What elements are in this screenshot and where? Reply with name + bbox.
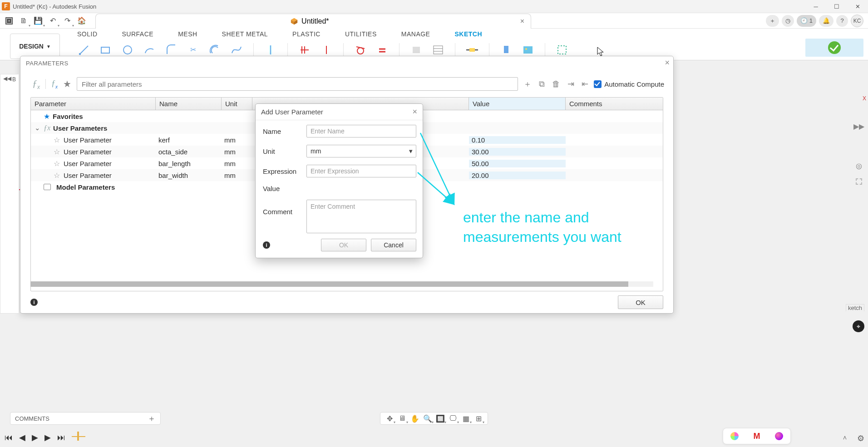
star-outline-icon[interactable]: ☆ — [54, 171, 60, 180]
fillet-tool-icon[interactable] — [164, 43, 178, 57]
comment-input[interactable] — [306, 200, 416, 233]
spline-tool-icon[interactable] — [230, 43, 243, 57]
lookat-icon[interactable]: 🖥 — [397, 413, 408, 424]
redo-button[interactable]: ↷ — [61, 15, 74, 27]
h-scrollbar[interactable] — [30, 281, 653, 287]
show-hidden-icon[interactable]: ＾ — [841, 433, 849, 444]
delete-icon[interactable]: 🗑 — [552, 79, 560, 89]
select-tool-icon[interactable] — [555, 43, 569, 57]
tab-mesh[interactable]: MESH — [178, 30, 197, 38]
panel-close-icon[interactable]: × — [665, 58, 670, 68]
constraint2-icon[interactable] — [320, 43, 333, 57]
nav-back-icon[interactable]: ◀◀ — [3, 75, 11, 82]
job-status[interactable]: 🕘 1 — [797, 15, 816, 27]
firefox-icon[interactable] — [775, 432, 783, 440]
workspace-switcher[interactable]: DESIGN▼ — [10, 34, 60, 59]
timeline-start-icon[interactable]: ⏮ — [5, 433, 13, 442]
avatar[interactable]: KC — [851, 15, 863, 27]
timeline-play-icon[interactable]: ▶ — [32, 432, 38, 442]
mcafee-icon[interactable]: M — [753, 432, 760, 441]
export-icon[interactable]: ⇤ — [582, 79, 588, 89]
notifications-button[interactable]: 🔔 — [819, 15, 833, 27]
add-icon[interactable]: ＋ — [523, 79, 532, 89]
nav-forward-icon[interactable]: ▶▶ — [853, 122, 864, 131]
window-close[interactable]: ✕ — [847, 0, 868, 13]
zoom-icon[interactable]: 🔍 — [422, 413, 433, 424]
tab-solid[interactable]: SOLID — [77, 30, 98, 38]
equal-tool-icon[interactable] — [375, 43, 389, 57]
copy-icon[interactable]: ⧉ — [539, 79, 545, 89]
new-tab-button[interactable]: ＋ — [766, 15, 779, 27]
unit-select[interactable]: mm — [306, 145, 416, 157]
settings-icon[interactable]: ⚙ — [857, 433, 864, 444]
dimension-tool-icon[interactable] — [465, 43, 479, 57]
fit-icon[interactable]: 🔲 — [435, 413, 446, 424]
collapse-icon[interactable]: ⌄ — [35, 124, 41, 132]
add-comment-icon[interactable]: ＋ — [148, 413, 156, 424]
ok-button[interactable]: OK — [618, 295, 663, 309]
image-tool-icon[interactable] — [521, 43, 535, 57]
constraint-tool-icon[interactable] — [298, 43, 311, 57]
browser-collapsed[interactable]: ◀◀ B — [0, 74, 19, 314]
info-icon[interactable]: i — [30, 299, 38, 306]
box-icon[interactable] — [856, 178, 862, 185]
inspect-tool-icon[interactable] — [409, 43, 423, 57]
timeline-marker[interactable] — [72, 432, 85, 443]
offset-tool-icon[interactable] — [208, 43, 222, 57]
expression-input[interactable] — [306, 165, 416, 177]
orbit-icon[interactable]: ✥ — [384, 413, 395, 424]
trim-tool-icon[interactable]: ✂ — [186, 43, 200, 57]
col-unit[interactable]: Unit — [222, 98, 252, 110]
info-icon[interactable]: i — [263, 241, 270, 249]
home-button[interactable]: 🏠 — [75, 15, 88, 27]
viewcube-icon[interactable]: ⌖ — [853, 320, 864, 332]
pan-icon[interactable]: ✋ — [409, 413, 420, 424]
dialog-close-icon[interactable]: × — [412, 107, 417, 117]
fx-user-param-icon[interactable]: ƒx — [32, 78, 40, 90]
col-comments[interactable]: Comments — [566, 98, 663, 110]
circle-tool-icon[interactable] — [121, 43, 134, 57]
timeline-end-icon[interactable]: ⏭ — [57, 433, 65, 442]
timeline-next-icon[interactable]: ▶ — [44, 432, 51, 442]
window-maximize[interactable]: ☐ — [826, 0, 847, 13]
finish-sketch-button[interactable] — [805, 39, 863, 57]
tab-sketch[interactable]: SKETCH — [454, 30, 482, 38]
col-parameter[interactable]: Parameter — [31, 98, 156, 110]
timeline-prev-icon[interactable]: ◀ — [19, 432, 25, 442]
fx-shared-icon[interactable]: ƒx — [51, 79, 58, 89]
copilot-icon[interactable] — [730, 432, 739, 440]
line-tool-icon[interactable] — [77, 43, 91, 57]
insert-tool-icon[interactable] — [499, 43, 513, 57]
star-outline-icon[interactable]: ☆ — [54, 147, 60, 156]
tab-manage[interactable]: MANAGE — [401, 30, 430, 38]
dialog-ok-button[interactable]: OK — [321, 239, 366, 251]
filter-input[interactable] — [77, 77, 518, 91]
star-outline-icon[interactable]: ☆ — [54, 136, 60, 144]
dialog-cancel-button[interactable]: Cancel — [371, 239, 416, 251]
col-name[interactable]: Name — [156, 98, 222, 110]
grid-settings-icon[interactable]: ▦ — [460, 413, 471, 424]
name-input[interactable] — [306, 125, 416, 138]
comments-bar[interactable]: COMMENTS ＋ — [10, 412, 161, 425]
table-tool-icon[interactable] — [431, 43, 445, 57]
data-panel-button[interactable] — [3, 15, 15, 27]
undo-button[interactable]: ↶ — [46, 15, 59, 27]
arc-tool-icon[interactable] — [143, 43, 156, 57]
tab-close[interactable]: × — [520, 17, 524, 25]
import-icon[interactable]: ⇥ — [567, 79, 574, 89]
extensions-button[interactable]: ◷ — [782, 15, 794, 27]
file-menu[interactable]: 🗎 — [17, 15, 30, 27]
project-tool-icon[interactable] — [264, 43, 277, 57]
help-button[interactable]: ? — [836, 15, 848, 27]
viewport-icon[interactable]: ⊞ — [473, 413, 484, 424]
star-icon[interactable]: ★ — [63, 79, 71, 89]
col-value[interactable]: Value — [469, 98, 566, 110]
save-button[interactable]: 💾 — [32, 15, 44, 27]
auto-compute-toggle[interactable]: Automatic Compute — [594, 80, 664, 88]
display-icon[interactable]: 🖵 — [448, 413, 459, 424]
window-minimize[interactable]: ─ — [805, 0, 826, 13]
tab-sheetmetal[interactable]: SHEET METAL — [222, 30, 268, 38]
tab-surface[interactable]: SURFACE — [122, 30, 154, 38]
document-tab[interactable]: Untitled* × — [95, 14, 531, 29]
tangent-tool-icon[interactable] — [354, 43, 367, 57]
